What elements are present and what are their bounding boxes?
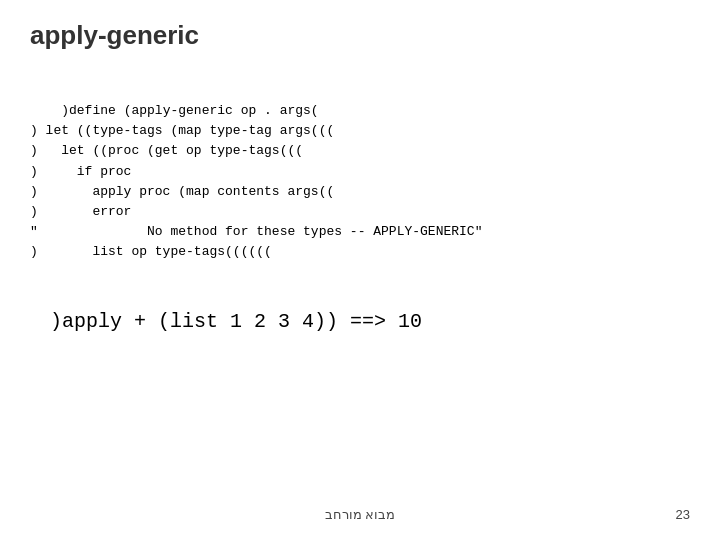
code-line-1: )define (apply-generic op . args(: [61, 103, 318, 118]
code-line-7: " No method for these types -- APPLY-GEN…: [30, 224, 482, 239]
footer: מבוא מורחב: [0, 507, 720, 522]
code-line-6: ) error: [30, 204, 131, 219]
slide-number: 23: [676, 507, 690, 522]
code-line-3: ) let ((proc (get op type-tags(((: [30, 143, 303, 158]
footer-text: מבוא מורחב: [325, 507, 396, 522]
apply-example: )apply + (list 1 2 3 4)) ==> 10: [50, 310, 690, 333]
code-line-8: ) list op type-tags((((((: [30, 244, 280, 259]
code-line-2: ) let ((type-tags (map type-tag args(((: [30, 123, 334, 138]
code-line-4: ) if proc: [30, 164, 131, 179]
code-block: )define (apply-generic op . args( ) let …: [30, 81, 690, 282]
slide-title: apply-generic: [30, 20, 690, 51]
code-line-5: ) apply proc (map contents args((: [30, 184, 334, 199]
slide-container: apply-generic )define (apply-generic op …: [0, 0, 720, 540]
